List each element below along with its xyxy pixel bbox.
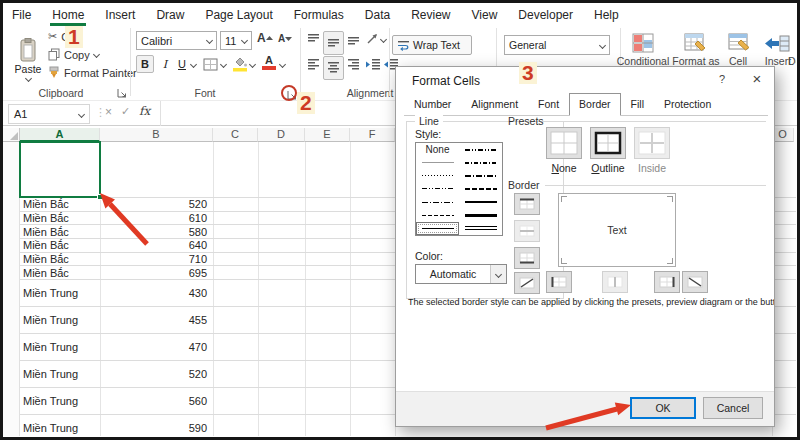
align-top-icon[interactable] <box>306 34 321 45</box>
border-inner-vertical-button[interactable] <box>602 271 628 293</box>
column-header-E[interactable]: E <box>305 128 350 142</box>
tab-protection[interactable]: Protection <box>654 93 721 115</box>
format-as-table-icon[interactable] <box>684 33 708 53</box>
cell[interactable]: Miền Bắc <box>23 226 69 238</box>
cell-styles-icon[interactable] <box>728 33 752 53</box>
cell[interactable]: 710 <box>100 253 207 265</box>
menu-developer[interactable]: Developer <box>518 8 573 22</box>
orientation-dropdown-icon[interactable] <box>380 36 387 43</box>
cell[interactable]: Miền Bắc <box>23 267 69 279</box>
tab-number[interactable]: Number <box>404 93 461 115</box>
line-style-option[interactable] <box>459 209 502 222</box>
line-style-option[interactable] <box>416 156 459 169</box>
line-style-option[interactable] <box>416 196 459 209</box>
dialog-help-icon[interactable]: ? <box>714 73 730 85</box>
cell[interactable]: 695 <box>100 267 207 279</box>
conditional-formatting-icon[interactable] <box>632 33 654 53</box>
line-style-option[interactable] <box>459 196 502 209</box>
line-style-option[interactable] <box>459 222 502 235</box>
bold-button[interactable]: B <box>136 55 154 73</box>
cell[interactable]: Miền Trung <box>23 287 78 299</box>
underline-dropdown-icon[interactable] <box>190 61 197 68</box>
insert-cells-icon[interactable] <box>764 35 790 52</box>
color-combo-dropdown[interactable] <box>490 265 506 283</box>
underline-button[interactable]: U <box>173 55 191 73</box>
fill-handle[interactable] <box>97 194 103 200</box>
menu-review[interactable]: Review <box>411 8 450 22</box>
menu-formulas[interactable]: Formulas <box>294 8 344 22</box>
cell[interactable]: Miền Bắc <box>23 239 69 251</box>
color-combo[interactable]: Automatic <box>415 264 507 284</box>
decrease-indent-icon[interactable] <box>365 59 380 70</box>
row-header-strip[interactable] <box>3 142 20 436</box>
clipboard-dialog-launcher-icon[interactable] <box>117 88 127 98</box>
shrink-font-button[interactable]: A <box>278 33 292 44</box>
grow-font-button[interactable]: A <box>257 31 273 45</box>
name-box[interactable]: A1 <box>8 104 90 124</box>
fill-color-button-icon[interactable] <box>233 56 247 72</box>
menu-data[interactable]: Data <box>365 8 390 22</box>
cell[interactable]: 580 <box>100 226 207 238</box>
font-color-button[interactable]: A <box>262 55 276 70</box>
tab-border[interactable]: Border <box>569 93 621 116</box>
font-color-dropdown-icon[interactable] <box>279 61 286 68</box>
line-style-option[interactable] <box>416 209 459 222</box>
cell[interactable]: 470 <box>100 341 207 353</box>
menu-help[interactable]: Help <box>594 8 619 22</box>
cell[interactable]: 455 <box>100 314 207 326</box>
cancel-entry-icon[interactable]: × <box>105 105 112 119</box>
cell[interactable]: Miền Bắc <box>23 253 69 265</box>
menu-view[interactable]: View <box>472 8 498 22</box>
border-left-button[interactable] <box>546 271 572 293</box>
preset-inside-button[interactable] <box>634 127 670 159</box>
menu-file[interactable]: File <box>12 8 31 22</box>
border-diagonal-up-button[interactable] <box>514 272 540 294</box>
column-header-O[interactable]: O <box>772 128 794 142</box>
format-painter-button[interactable]: Format Painter <box>48 66 137 79</box>
font-size-combo[interactable]: 11 <box>220 31 252 50</box>
line-style-option[interactable] <box>459 182 502 195</box>
fill-color-dropdown-icon[interactable] <box>249 61 256 68</box>
cell[interactable]: 610 <box>100 212 207 224</box>
align-right-icon[interactable] <box>346 59 361 70</box>
menu-insert[interactable]: Insert <box>105 8 135 22</box>
borders-dropdown-icon[interactable] <box>220 61 227 68</box>
border-top-button[interactable] <box>514 193 540 215</box>
tab-fill[interactable]: Fill <box>621 93 654 115</box>
column-header-B[interactable]: B <box>100 128 213 142</box>
line-style-option[interactable] <box>416 182 459 195</box>
copy-button[interactable]: Copy <box>48 48 99 61</box>
line-style-none[interactable]: None <box>416 143 459 156</box>
line-style-option[interactable] <box>459 143 502 156</box>
tab-font[interactable]: Font <box>528 93 569 115</box>
align-bottom-icon[interactable] <box>346 34 361 45</box>
cell[interactable]: 430 <box>100 287 207 299</box>
font-name-combo[interactable]: Calibri <box>136 31 217 50</box>
border-inner-horizontal-button[interactable] <box>514 220 540 242</box>
menu-home[interactable]: Home <box>52 8 84 22</box>
borders-button-icon[interactable] <box>203 58 218 71</box>
ok-button[interactable]: OK <box>630 397 696 419</box>
border-preview[interactable]: Text <box>558 193 676 267</box>
select-all-corner[interactable] <box>3 128 20 142</box>
column-header-C[interactable]: C <box>213 128 258 142</box>
insert-function-icon[interactable]: fx <box>139 104 150 118</box>
border-right-button[interactable] <box>654 271 680 293</box>
preset-none-button[interactable] <box>546 127 582 159</box>
align-left-icon[interactable] <box>306 59 321 70</box>
menu-draw[interactable]: Draw <box>156 8 184 22</box>
column-header-A[interactable]: A <box>20 128 100 142</box>
active-cell-selection[interactable] <box>19 141 101 198</box>
cell[interactable]: Miền Trung <box>23 395 78 407</box>
number-format-combo[interactable]: General <box>504 35 610 55</box>
cell[interactable]: Miền Bắc <box>23 212 69 224</box>
wrap-text-button[interactable]: Wrap Text <box>392 35 472 55</box>
border-diagonal-down-button[interactable] <box>682 271 708 293</box>
enter-entry-icon[interactable]: ✓ <box>121 105 130 118</box>
align-center-button[interactable] <box>323 56 344 80</box>
cancel-button[interactable]: Cancel <box>703 397 763 419</box>
line-style-option-selected[interactable] <box>416 222 459 235</box>
cell[interactable]: 520 <box>100 198 207 210</box>
column-header-F[interactable]: F <box>350 128 395 142</box>
cell[interactable]: 520 <box>100 368 207 380</box>
